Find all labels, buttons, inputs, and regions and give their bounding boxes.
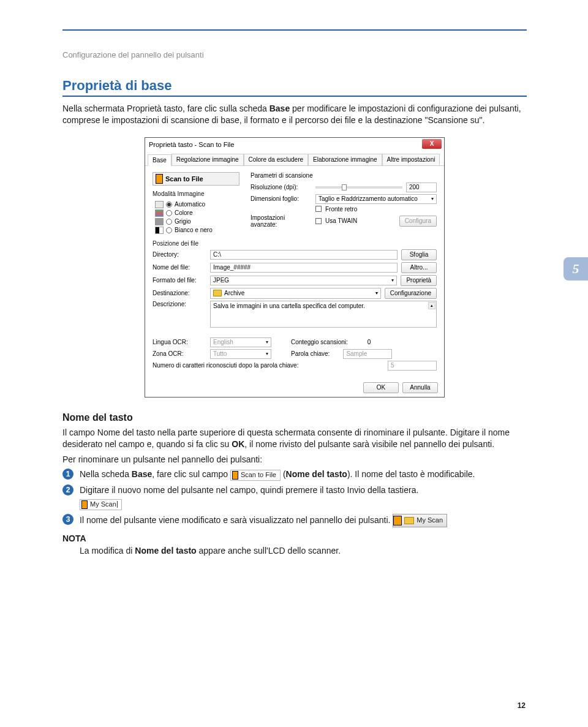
resolution-label: Risoluzione (dpi): <box>251 184 312 190</box>
step-3: 3 Il nome del pulsante viene modificato … <box>62 514 527 527</box>
destination-value: Archive <box>224 290 244 296</box>
image-mode-label: Modalità Immagine <box>153 190 244 197</box>
myscan-badge-text: My Scan <box>417 516 443 525</box>
tab-base[interactable]: Base <box>148 154 172 166</box>
directory-field[interactable]: C:\ <box>210 250 398 260</box>
intro-paragraph: Nella schermata Proprietà tasto, fare cl… <box>62 103 527 126</box>
scanner-icon <box>81 500 88 509</box>
configurazione-button[interactable]: Configurazione <box>385 288 437 299</box>
label-gray: Grigio <box>175 218 191 225</box>
fronte-retro-label: Fronte retro <box>325 206 357 213</box>
mode-color[interactable]: Colore <box>155 209 244 217</box>
numchar-label: Numero di caratteri riconosciuti dopo la… <box>153 362 298 369</box>
tab-colore[interactable]: Colore da escludere <box>244 154 309 165</box>
mode-auto[interactable]: Automatico <box>155 201 244 208</box>
title-rule <box>62 96 527 97</box>
ocr-lang-combo[interactable]: English <box>210 337 271 347</box>
directory-label: Directory: <box>153 251 206 258</box>
proprieta-button[interactable]: Proprietà <box>401 275 437 286</box>
keyword-field[interactable]: Sample <box>343 349 392 359</box>
step-1: 1 Nella scheda Base, fare clic sul campo… <box>62 469 527 481</box>
step-2-bullet: 2 <box>62 484 74 495</box>
step-1-bullet: 1 <box>62 469 74 480</box>
s1e: Nome del tasto <box>286 469 347 479</box>
annulla-button[interactable]: Annulla <box>402 382 438 393</box>
nota-a: La modifica di <box>80 546 135 556</box>
left-column: Scan to File Modalità Immagine Automatic… <box>153 172 244 235</box>
nota-b: Nome del tasto <box>135 546 196 556</box>
properties-dialog: Proprietà tasto - Scan to File X Base Re… <box>145 137 445 397</box>
dimensions-combo[interactable]: Taglio e Raddrizzamento automatico <box>315 194 437 204</box>
mode-bw[interactable]: Bianco e nero <box>155 227 244 234</box>
format-label: Formato del file: <box>153 277 206 284</box>
twain-checkbox[interactable] <box>315 218 322 224</box>
filename-field[interactable]: Image_##### <box>210 263 398 273</box>
dimensions-label: Dimensioni foglio: <box>251 195 312 202</box>
swatch-bw <box>155 227 164 234</box>
scanner-icon <box>156 174 163 184</box>
destination-label: Destinazione: <box>153 290 206 296</box>
s1c: , fare clic sul campo <box>152 469 230 479</box>
ocr-zone-combo[interactable]: Tutto <box>210 349 271 359</box>
scan-count-value: 0 <box>368 339 371 345</box>
inline-myscan-text: My Scan <box>90 500 116 509</box>
description-field[interactable]: Salva le immagini in una cartella specif… <box>210 301 437 328</box>
right-column: Parametri di scansione Risoluzione (dpi)… <box>251 172 437 235</box>
file-position-section: Posizione dei file Directory: C:\ Sfogli… <box>153 240 437 372</box>
ok-button[interactable]: OK <box>363 382 399 393</box>
scanner-icon <box>232 471 238 480</box>
tab-altre[interactable]: Altre impostazioni <box>382 154 440 165</box>
format-combo[interactable]: JPEG <box>210 276 397 285</box>
button-name-text: Scan to File <box>165 175 203 183</box>
altro-button[interactable]: Altro... <box>401 262 437 273</box>
inline-my-scan: My Scan <box>80 499 122 510</box>
scanner-icon <box>393 516 402 525</box>
chapter-tab: 5 <box>564 257 588 281</box>
button-name-field[interactable]: Scan to File <box>153 172 239 186</box>
scan-params-title: Parametri di scansione <box>251 172 437 179</box>
fronte-retro-checkbox[interactable] <box>315 206 322 212</box>
folder-icon <box>404 517 414 524</box>
description-text: Salva le immagini in una cartella specif… <box>213 303 365 309</box>
step-2: 2 Digitare il nuovo nome del pulsante ne… <box>62 484 527 510</box>
scroll-up-icon[interactable]: ▴ <box>428 302 435 309</box>
dialog-screenshot: Proprietà tasto - Scan to File X Base Re… <box>62 137 527 397</box>
s3: Il nome del pulsante viene modificato e … <box>80 514 390 524</box>
tab-regolazione[interactable]: Regolazione immagine <box>172 154 244 165</box>
scan-count-label: Conteggio scansioni: <box>291 339 348 345</box>
configura-button[interactable]: Configura <box>399 216 437 227</box>
mode-gray[interactable]: Grigio <box>155 218 244 225</box>
destination-combo[interactable]: Archive <box>210 288 381 299</box>
s1b: Base <box>132 469 152 479</box>
radio-bw[interactable] <box>166 227 172 233</box>
page-number: 12 <box>518 701 526 710</box>
swatch-color <box>155 209 164 217</box>
radio-auto[interactable] <box>166 202 172 208</box>
page-content: Configurazione del pannello dei pulsanti… <box>62 50 527 556</box>
step-3-bullet: 3 <box>62 514 74 525</box>
inline-scan-to-file: Scan to File <box>230 470 281 481</box>
sec-p1c: , il nome rivisto del pulsante sarà visi… <box>244 439 494 449</box>
label-auto: Automatico <box>175 201 205 208</box>
advanced-label: Impostazioni avanzate: <box>251 214 312 228</box>
radio-gray[interactable] <box>166 219 172 225</box>
file-position-label: Posizione dei file <box>153 240 437 247</box>
tab-elaborazione[interactable]: Elaborazione immagine <box>308 154 382 165</box>
s1a: Nella scheda <box>80 469 132 479</box>
resolution-value[interactable]: 200 <box>406 183 437 192</box>
myscan-badge: My Scan <box>393 514 447 527</box>
s2: Digitare il nuovo nome del pulsante nel … <box>80 485 418 495</box>
label-color: Colore <box>175 209 192 216</box>
nota-c: appare anche sull'LCD dello scanner. <box>197 546 341 556</box>
dialog-footer: OK Annulla <box>145 379 444 397</box>
swatch-gray <box>155 218 164 225</box>
sec-p2: Per rinominare un pulsante nel pannello … <box>62 454 527 465</box>
section-body: Il campo Nome del tasto nella parte supe… <box>62 427 527 465</box>
sfoglia-button[interactable]: Sfoglia <box>401 249 437 260</box>
swatch-auto <box>155 201 164 208</box>
close-icon[interactable]: X <box>422 139 442 149</box>
dialog-tabs: Base Regolazione immagine Colore da escl… <box>145 151 444 166</box>
radio-color[interactable] <box>166 210 172 216</box>
numchar-field[interactable]: 5 <box>388 361 437 371</box>
resolution-slider[interactable] <box>315 186 402 189</box>
